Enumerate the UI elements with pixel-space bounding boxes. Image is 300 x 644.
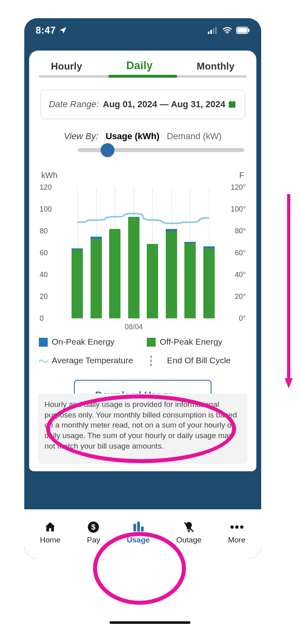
square-icon bbox=[147, 338, 156, 347]
y-right-title: F bbox=[239, 171, 244, 180]
svg-rect-14 bbox=[133, 524, 136, 532]
nav-pay[interactable]: $ Pay bbox=[87, 520, 100, 544]
view-by-row: View By: Usage (kWh) Demand (kW) bbox=[39, 131, 247, 142]
svg-point-20 bbox=[230, 525, 234, 529]
y-right-tick: 120° bbox=[231, 183, 246, 192]
y-left-tick: 40 bbox=[40, 271, 48, 279]
status-bar: 8:47 bbox=[24, 18, 261, 42]
svg-rect-17 bbox=[187, 530, 190, 531]
chart-legend: On-Peak Energy Off-Peak Energy Average T… bbox=[39, 337, 247, 366]
battery-icon bbox=[236, 27, 250, 34]
ellipsis-icon bbox=[230, 525, 244, 530]
date-start: Aug 01, 2024 bbox=[103, 99, 157, 110]
range-tabs: Hourly Daily Monthly bbox=[39, 59, 247, 74]
phone-frame: 8:47 bbox=[24, 18, 261, 559]
y-left-tick: 20 bbox=[40, 292, 48, 301]
view-by-slider[interactable] bbox=[78, 145, 244, 155]
y-right-tick: 60° bbox=[235, 249, 246, 257]
date-sep: — bbox=[160, 99, 169, 110]
svg-point-4 bbox=[227, 33, 228, 34]
x-tick: 08/04 bbox=[125, 323, 143, 331]
svg-rect-16 bbox=[141, 526, 144, 531]
view-by-demand[interactable]: Demand (kW) bbox=[167, 131, 222, 142]
dollar-circle-icon: $ bbox=[87, 521, 99, 533]
date-end: Aug 31, 2024 bbox=[171, 99, 226, 110]
wifi-icon bbox=[222, 27, 232, 34]
tab-indicator bbox=[39, 75, 247, 78]
disclaimer-text: Hourly and daily usage is provided for i… bbox=[38, 394, 247, 464]
date-range-label: Date Range: bbox=[49, 99, 99, 110]
bulb-slash-icon bbox=[183, 521, 195, 533]
home-indicator bbox=[110, 621, 190, 624]
svg-rect-10 bbox=[230, 101, 231, 103]
usage-card: Hourly Daily Monthly Date Range: Aug 01,… bbox=[29, 51, 256, 471]
tab-daily[interactable]: Daily bbox=[126, 59, 153, 74]
svg-rect-2 bbox=[213, 28, 214, 34]
view-by-label: View By: bbox=[64, 131, 98, 142]
y-right-tick: 40° bbox=[235, 271, 246, 279]
y-right-tick: 100° bbox=[231, 205, 246, 214]
y-right-tick: 0° bbox=[239, 314, 246, 323]
bottom-nav: Home $ Pay Usage Outage More bbox=[24, 509, 261, 559]
svg-rect-3 bbox=[215, 27, 217, 34]
svg-rect-7 bbox=[248, 29, 249, 32]
svg-rect-18 bbox=[188, 531, 190, 532]
view-by-usage[interactable]: Usage (kWh) bbox=[106, 131, 159, 142]
svg-point-21 bbox=[235, 525, 239, 529]
y-left-tick: 60 bbox=[40, 249, 48, 257]
svg-rect-6 bbox=[237, 28, 247, 33]
location-arrow-icon bbox=[59, 26, 67, 34]
svg-rect-11 bbox=[233, 101, 235, 103]
nav-more[interactable]: More bbox=[228, 520, 245, 544]
tab-monthly[interactable]: Monthly bbox=[197, 61, 235, 74]
svg-rect-0 bbox=[208, 32, 209, 34]
svg-rect-1 bbox=[210, 30, 212, 34]
legend-offpeak: Off-Peak Energy bbox=[147, 337, 247, 347]
status-time: 8:47 bbox=[36, 25, 56, 36]
annotation-arrow bbox=[284, 194, 294, 388]
y-right-tick: 80° bbox=[235, 227, 246, 235]
legend-temp: Average Temperature bbox=[39, 356, 139, 366]
y-left-title: kWh bbox=[41, 171, 57, 180]
nav-outage[interactable]: Outage bbox=[176, 520, 201, 544]
tab-hourly[interactable]: Hourly bbox=[51, 61, 82, 74]
home-icon bbox=[44, 521, 57, 534]
legend-onpeak: On-Peak Energy bbox=[39, 337, 139, 347]
y-left-tick: 100 bbox=[40, 205, 52, 214]
temperature-line bbox=[68, 187, 218, 318]
date-range-picker[interactable]: Date Range: Aug 01, 2024 — Aug 31, 2024 bbox=[40, 90, 245, 119]
slider-knob[interactable] bbox=[101, 143, 114, 157]
svg-rect-15 bbox=[137, 521, 140, 531]
usage-chart[interactable]: 08/04 0204060801001200°20°40°60°80°100°1… bbox=[40, 182, 246, 329]
bar-chart-icon bbox=[132, 521, 145, 534]
y-left-tick: 80 bbox=[40, 227, 48, 235]
y-left-tick: 0 bbox=[40, 314, 44, 323]
nav-home[interactable]: Home bbox=[40, 520, 61, 544]
svg-marker-24 bbox=[285, 378, 293, 388]
legend-billcycle: End Of Bill Cycle bbox=[147, 356, 247, 366]
svg-point-22 bbox=[240, 525, 243, 529]
square-icon bbox=[39, 338, 48, 347]
y-right-tick: 20° bbox=[235, 292, 246, 301]
svg-rect-9 bbox=[229, 102, 236, 104]
dashed-line-icon bbox=[150, 356, 159, 366]
cellular-icon bbox=[208, 27, 218, 34]
y-left-tick: 120 bbox=[40, 183, 52, 192]
nav-usage[interactable]: Usage bbox=[127, 520, 150, 544]
wave-icon bbox=[39, 356, 48, 365]
svg-text:$: $ bbox=[91, 523, 96, 531]
calendar-icon bbox=[228, 100, 237, 109]
